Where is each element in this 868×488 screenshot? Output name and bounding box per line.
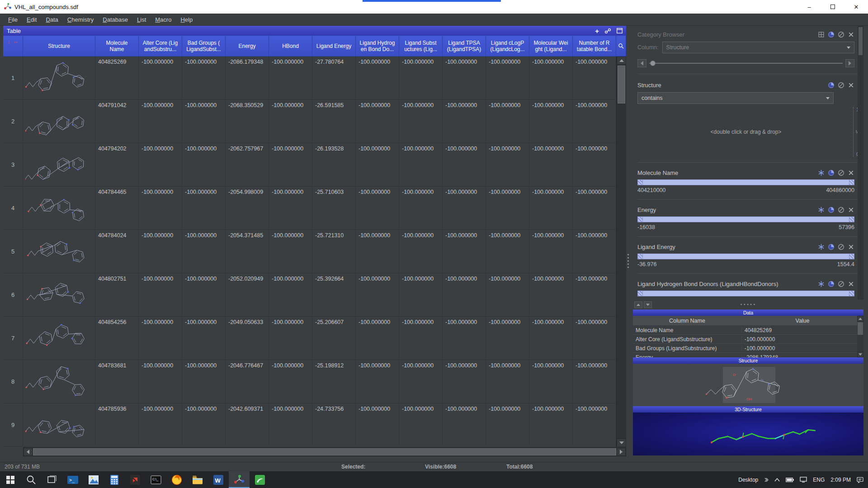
table-cell[interactable]: -100.000000	[269, 273, 312, 316]
table-cell[interactable]: -100.000000	[356, 404, 399, 446]
disable-icon[interactable]	[838, 206, 844, 213]
menu-help[interactable]: Help	[176, 16, 197, 23]
table-cell[interactable]: -2054.998009	[226, 187, 269, 230]
horizontal-scroll-thumb[interactable]	[33, 448, 616, 455]
column-header[interactable]: Molecular Weight (Ligand...	[529, 36, 573, 56]
table-cell[interactable]: -100.000000	[269, 404, 312, 446]
table-cell[interactable]: 404785936	[95, 404, 139, 446]
table-cell[interactable]: -100.000000	[399, 187, 443, 230]
range-handle-left[interactable]	[638, 254, 643, 259]
table-cell[interactable]: -2052.020949	[226, 273, 269, 316]
category-right-button[interactable]	[845, 59, 854, 67]
table-cell[interactable]: -100.000000	[356, 56, 399, 99]
table-cell[interactable]: -100.000000	[182, 317, 226, 360]
menu-edit[interactable]: Edit	[22, 16, 41, 23]
pie-icon[interactable]	[828, 244, 835, 250]
pie-icon[interactable]	[828, 82, 835, 89]
table-cell[interactable]: 404825269	[95, 56, 139, 99]
column-header[interactable]: Ligand Energy	[312, 36, 356, 56]
table-cell[interactable]: -100.000000	[139, 360, 182, 403]
range-handle-right[interactable]	[849, 291, 854, 296]
column-header[interactable]: Number of Rtatable Bond...	[573, 36, 616, 56]
close-button[interactable]: ✕	[844, 0, 868, 14]
structure-cell[interactable]	[23, 404, 95, 446]
taskbar-app-photos[interactable]	[83, 471, 104, 488]
table-cell[interactable]: -100.000000	[356, 143, 399, 186]
table-row[interactable]: 9404785936-100.000000-100.000000-2042.60…	[3, 404, 616, 447]
table-cell[interactable]: -100.000000	[573, 317, 616, 360]
data-row[interactable]: Molecule Name404825269	[633, 326, 863, 335]
table-cell[interactable]: -100.000000	[399, 100, 443, 143]
disable-icon[interactable]	[838, 82, 844, 89]
table-cell[interactable]: -100.000000	[486, 143, 529, 186]
pie-icon[interactable]	[828, 31, 835, 38]
table-cell[interactable]: -25.198912	[312, 360, 356, 403]
table-cell[interactable]: -100.000000	[443, 230, 486, 273]
panel-splitter-handle[interactable]	[627, 254, 629, 268]
close-icon[interactable]	[848, 281, 854, 287]
disable-icon[interactable]	[838, 244, 844, 250]
structure-cell[interactable]	[23, 230, 95, 273]
minimize-button[interactable]: –	[797, 0, 821, 14]
table-cell[interactable]: -100.000000	[356, 100, 399, 143]
structure-cell[interactable]	[23, 56, 95, 99]
language-indicator[interactable]: ENG	[813, 477, 825, 483]
column-header[interactable]: Ligand Substuctures (Lig...	[399, 36, 443, 56]
table-cell[interactable]: -100.000000	[529, 317, 573, 360]
table-cell[interactable]: -100.000000	[529, 187, 573, 230]
table-row[interactable]: 5404784024-100.000000-100.000000-2054.37…	[3, 230, 616, 273]
table-cell[interactable]: -100.000000	[139, 100, 182, 143]
category-slider-knob[interactable]	[650, 61, 656, 66]
table-cell[interactable]: -26.591585	[312, 100, 356, 143]
link-icon[interactable]	[604, 28, 611, 34]
table-cell[interactable]: -100.000000	[269, 100, 312, 143]
table-cell[interactable]: -100.000000	[443, 317, 486, 360]
range-slider[interactable]	[637, 179, 854, 185]
table-cell[interactable]: -100.000000	[443, 56, 486, 99]
table-cell[interactable]: -26.193528	[312, 143, 356, 186]
table-cell[interactable]: -100.000000	[269, 187, 312, 230]
close-icon[interactable]	[848, 31, 854, 38]
table-cell[interactable]: 404784024	[95, 230, 139, 273]
table-cell[interactable]: -100.000000	[399, 56, 443, 99]
table-cell[interactable]: -100.000000	[399, 273, 443, 316]
table-row[interactable]: 8404783681-100.000000-100.000000-2046.77…	[3, 360, 616, 404]
table-cell[interactable]: -100.000000	[573, 143, 616, 186]
menu-chemistry[interactable]: Chemistry	[63, 16, 99, 23]
table-cell[interactable]: -100.000000	[529, 230, 573, 273]
table-cell[interactable]: -2049.050633	[226, 317, 269, 360]
add-column-icon[interactable]: +	[595, 28, 599, 34]
range-slider[interactable]	[637, 253, 854, 259]
table-row[interactable]: 1404825269-100.000000-100.000000-2086.17…	[3, 56, 616, 100]
table-cell[interactable]: -100.000000	[443, 404, 486, 446]
table-cell[interactable]: -100.000000	[529, 360, 573, 403]
table-cell[interactable]: -100.000000	[573, 230, 616, 273]
structure-cell[interactable]	[23, 317, 95, 360]
table-cell[interactable]: -25.206607	[312, 317, 356, 360]
category-slider[interactable]	[649, 63, 843, 64]
table-cell[interactable]: -100.000000	[399, 230, 443, 273]
menu-database[interactable]: Database	[98, 16, 132, 23]
table-cell[interactable]: -100.000000	[399, 360, 443, 403]
menu-data[interactable]: Data	[41, 16, 62, 23]
table-cell[interactable]: -100.000000	[486, 100, 529, 143]
data-scroll-down-button[interactable]	[857, 352, 863, 357]
taskbar-app-file-explorer[interactable]	[187, 471, 208, 488]
table-row[interactable]: 7404854256-100.000000-100.000000-2049.05…	[3, 317, 616, 360]
table-cell[interactable]: -100.000000	[139, 187, 182, 230]
column-header[interactable]: Structure	[23, 36, 95, 56]
taskbar-app-powershell[interactable]: >_	[62, 471, 83, 488]
row-number[interactable]: 6	[3, 273, 23, 316]
table-cell[interactable]: -100.000000	[529, 100, 573, 143]
task-view-button[interactable]	[42, 471, 62, 488]
table-cell[interactable]: -25.721310	[312, 230, 356, 273]
column-header[interactable]: Ligand cLogP(LigandcLog...	[486, 36, 529, 56]
table-cell[interactable]: -100.000000	[573, 56, 616, 99]
battery-icon[interactable]	[786, 477, 794, 483]
table-cell[interactable]: -100.000000	[399, 404, 443, 446]
structure-2d-view[interactable]: OOHN	[633, 364, 863, 406]
table-cell[interactable]: -100.000000	[182, 187, 226, 230]
menu-list[interactable]: List	[132, 16, 151, 23]
row-number[interactable]: 9	[3, 404, 23, 446]
table-cell[interactable]: -100.000000	[443, 273, 486, 316]
